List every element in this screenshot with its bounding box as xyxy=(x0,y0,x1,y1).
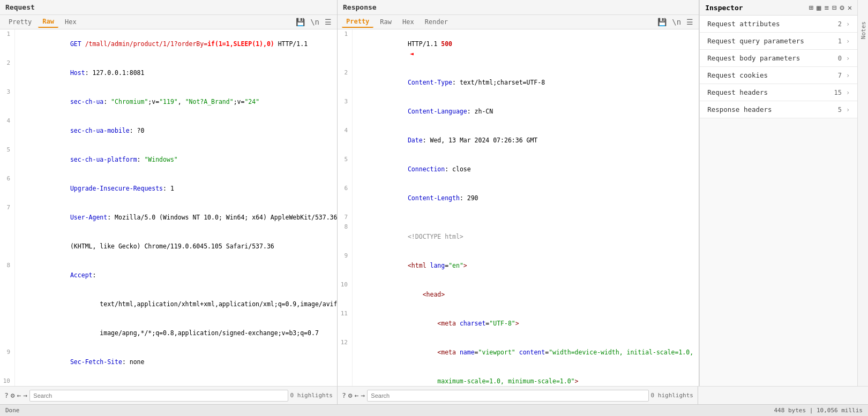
request-line-2: 2 Host: 127.0.0.1:8081 xyxy=(0,58,337,87)
request-line-8c: image/apng,*/*;q=0.8,application/signed-… xyxy=(0,319,337,347)
response-line-5: 5 Connection: close xyxy=(338,155,699,184)
chevron-icon-2: › xyxy=(846,55,850,62)
request-back-icon[interactable]: ← xyxy=(17,391,21,399)
chevron-icon-0: › xyxy=(846,20,850,28)
response-line-3: 3 Content-Language: zh-CN xyxy=(338,97,699,126)
query-params-count: 1 xyxy=(838,37,842,45)
inject-text: if(1=1,SLEEP(1),0) xyxy=(207,40,274,48)
inspector-title: Inspector xyxy=(705,4,805,12)
save-icon[interactable]: 💾 xyxy=(295,17,306,27)
tab-hex-request[interactable]: Hex xyxy=(61,17,81,27)
inspector-request-attributes[interactable]: Request attributes 2 › xyxy=(700,16,857,33)
save-response-icon[interactable]: 💾 xyxy=(656,17,668,27)
request-search-input[interactable] xyxy=(29,390,288,402)
response-line-11: 11 <meta charset="UTF-8"> xyxy=(338,309,699,338)
request-line-8b: text/html,application/xhtml+xml,applicat… xyxy=(0,290,337,319)
chevron-icon-1: › xyxy=(846,37,850,45)
request-line-10: 10 Sec-Fetch-Mode: navigate xyxy=(0,376,337,386)
tab-render-response[interactable]: Render xyxy=(421,17,452,27)
body-params-count: 0 xyxy=(838,55,842,62)
chevron-icon-5: › xyxy=(846,106,850,114)
request-panel: Request Pretty Raw Hex 💾 \n ☰ xyxy=(0,0,338,386)
inspector-bottom-bar xyxy=(698,386,856,404)
response-line-9: 9 <html lang="en"> xyxy=(338,251,699,280)
response-highlights-count: 0 highlights xyxy=(651,392,693,399)
response-code-area: 1 HTTP/1.1 500 ◄ 2 Content-Type: text/ht… xyxy=(338,29,699,386)
response-headers-label: Response headers xyxy=(707,105,838,114)
request-attributes-label: Request attributes xyxy=(707,20,838,28)
request-tabs: Pretty Raw Hex 💾 \n ☰ xyxy=(0,15,337,29)
response-tabs: Pretty Raw Hex Render 💾 \n ☰ xyxy=(338,15,699,29)
notes-tab-label[interactable]: Notes xyxy=(860,21,867,39)
status-bar: Done 448 bytes | 10,056 millis xyxy=(0,404,868,416)
request-headers-label: Request headers xyxy=(707,88,834,96)
response-headers-count: 5 xyxy=(838,106,842,114)
tab-pretty-request[interactable]: Pretty xyxy=(4,17,36,27)
request-line-4: 4 sec-ch-ua-mobile: ?0 xyxy=(0,116,337,145)
response-line-12: 12 <meta name="viewport" content="width=… xyxy=(338,338,699,367)
inspector-list-icon[interactable]: ≡ xyxy=(824,3,828,12)
request-code-area: 1 GET /tmall/admin/product/1/1?orderBy=i… xyxy=(0,29,337,386)
request-attributes-count: 2 xyxy=(838,20,842,28)
status-right: 448 bytes | 10,056 millis xyxy=(774,407,863,414)
cookies-label: Request cookies xyxy=(707,71,838,79)
response-line-7: 7 xyxy=(338,213,699,222)
inspector-close-icon[interactable]: ✕ xyxy=(848,3,852,12)
request-settings-icon[interactable]: ⚙ xyxy=(11,391,15,399)
request-line-7: 7 User-Agent: Mozilla/5.0 (Windows NT 10… xyxy=(0,203,337,232)
inspector-panel: Inspector ⊞ ▦ ≡ ⊟ ⚙ ✕ Request attributes… xyxy=(699,0,857,386)
query-params-label: Request query parameters xyxy=(707,37,838,45)
cookies-count: 7 xyxy=(838,72,842,79)
request-help-icon[interactable]: ? xyxy=(4,391,9,399)
chevron-icon-3: › xyxy=(846,72,850,79)
request-headers-count: 15 xyxy=(834,89,841,96)
response-line-6: 6 Content-Length: 290 xyxy=(338,184,699,213)
response-forward-icon[interactable]: → xyxy=(361,391,365,399)
request-line-7b: (KHTML, like Gecko) Chrome/119.0.6045.10… xyxy=(0,232,337,261)
tab-raw-request[interactable]: Raw xyxy=(38,16,58,28)
menu-icon[interactable]: ☰ xyxy=(324,17,333,27)
request-line-5: 5 sec-ch-ua-platform: "Windows" xyxy=(0,145,337,174)
wrap-icon[interactable]: \n xyxy=(309,17,320,27)
inspector-body-params[interactable]: Request body parameters 0 › xyxy=(700,50,857,67)
request-highlights-count: 0 highlights xyxy=(290,392,333,399)
chevron-icon-4: › xyxy=(846,89,850,96)
response-help-icon[interactable]: ? xyxy=(342,391,346,399)
response-bottom-bar: ? ⚙ ← → 0 highlights xyxy=(338,386,698,404)
url-text: /tmall/admin/product/1/1?orderBy= xyxy=(85,40,207,48)
inspector-layout-icon-1[interactable]: ⊞ xyxy=(809,3,813,12)
request-forward-icon[interactable]: → xyxy=(23,391,27,399)
tab-pretty-response[interactable]: Pretty xyxy=(342,16,373,28)
status-left: Done xyxy=(5,407,20,414)
inspector-cookies[interactable]: Request cookies 7 › xyxy=(700,67,857,84)
tab-hex-response[interactable]: Hex xyxy=(398,17,418,27)
response-settings-icon[interactable]: ⚙ xyxy=(348,391,353,399)
response-search-input[interactable] xyxy=(367,390,648,402)
inspector-split-icon[interactable]: ⊟ xyxy=(832,3,836,12)
menu-response-icon[interactable]: ☰ xyxy=(685,17,694,27)
inspector-query-params[interactable]: Request query parameters 1 › xyxy=(700,33,857,50)
request-line-8: 8 Accept: xyxy=(0,261,337,290)
tab-raw-response[interactable]: Raw xyxy=(376,17,396,27)
arrow-annotation-1: ◄ xyxy=(410,50,414,57)
bottom-bars: ? ⚙ ← → 0 highlights ? ⚙ ← → 0 highlight… xyxy=(0,386,868,404)
response-line-8: 8 <!DOCTYPE html> xyxy=(338,222,699,251)
side-notes-panel: Notes xyxy=(857,0,868,386)
response-panel: Response Pretty Raw Hex Render 💾 \n ☰ xyxy=(338,0,699,386)
response-line-1: 1 HTTP/1.1 500 ◄ xyxy=(338,29,699,68)
response-back-icon[interactable]: ← xyxy=(355,391,359,399)
inspector-empty-space xyxy=(700,118,857,386)
response-line-12b: maximum-scale=1.0, minimum-scale=1.0"> xyxy=(338,367,699,386)
response-line-10: 10 <head> xyxy=(338,280,699,309)
response-line-4: 4 Date: Wed, 13 Mar 2024 07:26:36 GMT xyxy=(338,126,699,155)
inspector-layout-icon-2[interactable]: ▦ xyxy=(817,3,821,12)
response-line-2: 2 Content-Type: text/html;charset=UTF-8 xyxy=(338,68,699,97)
inspector-response-headers[interactable]: Response headers 5 › xyxy=(700,101,857,118)
http-ver: HTTP/1.1 xyxy=(274,40,308,48)
inspector-request-headers[interactable]: Request headers 15 › xyxy=(700,84,857,101)
body-params-label: Request body parameters xyxy=(707,54,838,62)
inspector-settings-icon[interactable]: ⚙ xyxy=(840,3,844,12)
side-notes-bottom xyxy=(856,386,868,404)
request-panel-title: Request xyxy=(0,0,337,15)
wrap-response-icon[interactable]: \n xyxy=(671,17,682,27)
